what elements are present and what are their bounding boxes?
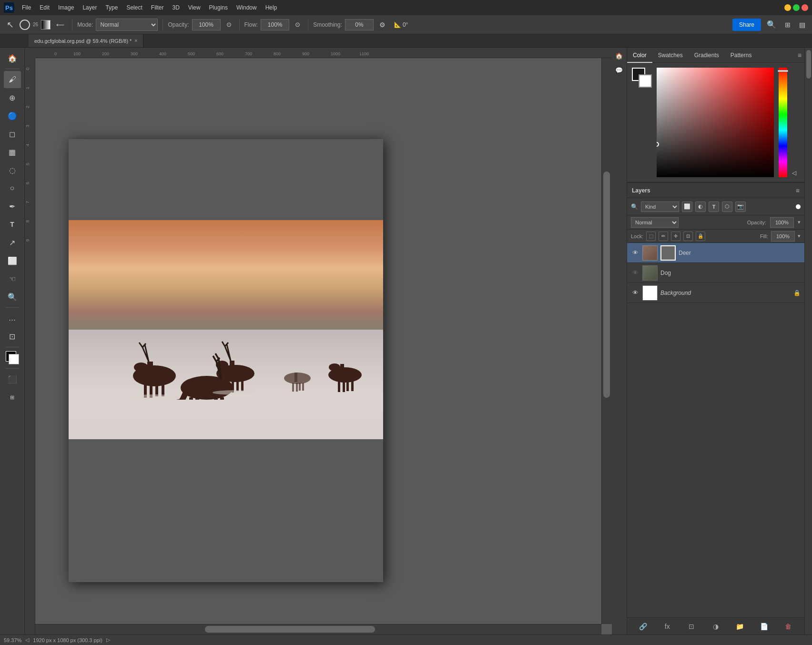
vertical-scrollbar[interactable] (601, 58, 612, 624)
dodge-tool[interactable]: ○ (4, 180, 21, 197)
lock-pixels-btn[interactable]: ⬚ (646, 232, 656, 241)
fill-arrow[interactable]: ▾ (798, 233, 801, 239)
tab-swatches[interactable]: Swatches (652, 48, 689, 63)
document-tab[interactable]: edu.gcfglobal.org.psd @ 59.4% (RGB/8) * … (29, 34, 143, 47)
color-gradient-field[interactable] (657, 68, 774, 177)
arrange-tool[interactable]: ⊡ (4, 328, 21, 345)
opacity-arrow[interactable]: ▾ (798, 219, 801, 225)
layers-opacity-input[interactable] (770, 217, 794, 228)
type-tool[interactable]: T (4, 216, 21, 233)
maximize-button[interactable] (793, 4, 800, 11)
lock-all-btn[interactable]: 🔒 (696, 232, 705, 241)
menu-3d[interactable]: 3D (168, 3, 183, 12)
brush-hardness-icon[interactable] (41, 20, 51, 30)
filter-adjustment-btn[interactable]: ◐ (695, 202, 706, 212)
menu-edit[interactable]: Edit (36, 3, 53, 12)
hue-cursor[interactable] (778, 70, 788, 72)
lock-position-btn[interactable]: ✛ (671, 232, 680, 241)
tab-gradients[interactable]: Gradients (689, 48, 725, 63)
gradient-tool[interactable]: ▦ (4, 143, 21, 161)
horizontal-scrollbar[interactable] (35, 624, 601, 635)
extras-tool[interactable]: … (4, 310, 21, 327)
menu-help[interactable]: Help (262, 3, 281, 12)
scrollbar-v-thumb[interactable] (603, 171, 610, 398)
zoom-tool[interactable]: 🔍 (4, 288, 21, 305)
view-options-btn[interactable]: ⊞ (782, 18, 793, 31)
new-adjustment-btn[interactable]: ◑ (710, 621, 721, 632)
menu-image[interactable]: Image (54, 3, 78, 12)
canvas-image[interactable] (69, 220, 383, 439)
canvas-scroll[interactable] (35, 58, 612, 624)
minimize-button[interactable] (784, 4, 791, 11)
filter-type-btn[interactable]: T (709, 202, 719, 212)
fg-bg-color[interactable] (4, 349, 21, 366)
status-arrow-left[interactable]: ◁ (25, 637, 29, 643)
layer-item-background[interactable]: 👁 Background 🔒 (627, 283, 804, 303)
layers-menu-btn[interactable]: ≡ (796, 187, 800, 194)
scrollbar-h-thumb[interactable] (205, 626, 375, 633)
right-scroll-thumb[interactable] (806, 50, 811, 79)
layers-blend-mode[interactable]: Normal Multiply Screen (631, 217, 679, 228)
lock-artboard-btn[interactable]: ⊡ (683, 232, 693, 241)
panel-toggle-btn[interactable]: ▤ (796, 18, 808, 31)
screen-mode-tool[interactable]: ⊞ (4, 389, 21, 406)
gradient-saturation-brightness[interactable] (657, 68, 774, 177)
layer-item-deer[interactable]: 👁 Deer (627, 243, 804, 263)
background-color[interactable] (9, 354, 19, 364)
flow-input[interactable] (261, 19, 289, 30)
menu-plugins[interactable]: Plugins (205, 3, 232, 12)
smoothing-input[interactable] (345, 19, 374, 30)
filter-shape-btn[interactable]: ⬡ (722, 202, 732, 212)
move-tool-btn[interactable]: ↖ (4, 18, 17, 31)
menu-window[interactable]: Window (233, 3, 261, 12)
add-style-btn[interactable]: fx (661, 621, 673, 632)
menu-view[interactable]: View (184, 3, 204, 12)
background-swatch[interactable] (639, 74, 652, 88)
fg-bg-swatches[interactable] (632, 68, 652, 88)
filter-pixel-btn[interactable]: ⬜ (682, 202, 692, 212)
settings-btn[interactable]: ⚙ (376, 18, 388, 31)
layer-visibility-background[interactable]: 👁 (631, 289, 639, 297)
canvas-area[interactable]: 0 100 200 300 400 500 600 700 800 900 10… (25, 48, 612, 635)
lock-paint-btn[interactable]: ✏ (659, 232, 668, 241)
share-button[interactable]: Share (732, 19, 761, 31)
new-group-btn[interactable]: 📁 (734, 621, 746, 632)
angle-btn[interactable]: 📐 0° (391, 18, 411, 31)
menu-select[interactable]: Select (122, 3, 146, 12)
right-home-btn[interactable]: 🏠 (613, 50, 625, 62)
layer-visibility-dog[interactable]: 👁 (631, 269, 639, 277)
eraser-tool[interactable]: ◻ (4, 125, 21, 142)
layer-item-dog[interactable]: 👁 Dog (627, 263, 804, 283)
brush-align-btn[interactable]: ⟵ (53, 18, 67, 31)
clone-stamp-tool[interactable]: 🔵 (4, 107, 21, 124)
color-panel-menu-btn[interactable]: ≡ (798, 51, 802, 59)
close-tab-btn[interactable]: × (134, 38, 137, 43)
filter-smart-btn[interactable]: 📷 (735, 202, 746, 212)
layers-fill-input[interactable] (771, 231, 795, 242)
healing-tool[interactable]: ⊕ (4, 89, 21, 106)
right-panel-scrollbar[interactable] (804, 48, 812, 635)
new-layer-btn[interactable]: 📄 (759, 621, 770, 632)
blend-mode-dropdown[interactable]: Normal Multiply Screen Overlay (96, 19, 158, 31)
brush-preview[interactable] (20, 20, 30, 30)
tab-patterns[interactable]: Patterns (725, 48, 758, 63)
brush-tool[interactable]: 🖌 (4, 71, 21, 88)
flow-btn[interactable]: ⊙ (292, 18, 303, 31)
search-btn[interactable]: 🔍 (764, 18, 779, 31)
hand-tool[interactable]: ☜ (4, 270, 21, 287)
hue-strip[interactable] (779, 68, 787, 177)
blur-tool[interactable]: ◌ (4, 161, 21, 179)
menu-layer[interactable]: Layer (79, 3, 101, 12)
menu-filter[interactable]: Filter (147, 3, 168, 12)
menu-file[interactable]: File (18, 3, 35, 12)
home-tool[interactable]: 🏠 (4, 50, 21, 67)
close-button[interactable] (802, 4, 808, 11)
delete-layer-btn[interactable]: 🗑 (782, 621, 794, 632)
tab-color[interactable]: Color (627, 48, 652, 63)
rectangle-tool[interactable]: ⬜ (4, 252, 21, 269)
menu-type[interactable]: Type (102, 3, 122, 12)
add-mask-btn[interactable]: ⊡ (686, 621, 697, 632)
filter-kind-select[interactable]: Kind (641, 202, 679, 212)
right-chat-btn[interactable]: 💬 (613, 64, 625, 76)
layer-visibility-deer[interactable]: 👁 (631, 249, 639, 257)
